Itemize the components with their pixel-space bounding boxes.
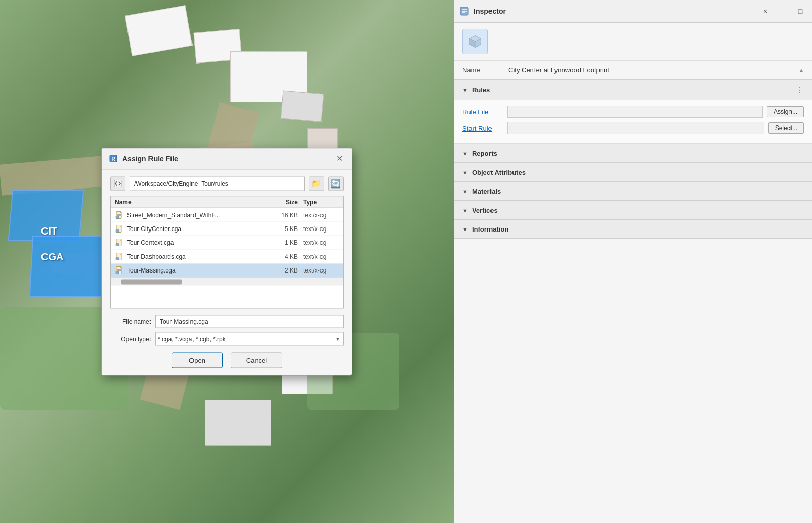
- svg-rect-20: [116, 229, 119, 232]
- file-type: text/x-cg: [298, 225, 339, 232]
- file-size: 2 KB: [262, 266, 298, 274]
- rules-section-header[interactable]: ▼ Rules ⋮: [454, 79, 812, 100]
- inspector-maximize-btn[interactable]: □: [794, 5, 807, 18]
- file-icon: [115, 265, 124, 275]
- file-name-label: File name:: [110, 318, 151, 325]
- rule-file-row: Rule File Assign...: [462, 106, 804, 118]
- file-size: 1 KB: [262, 239, 298, 246]
- inspector-panel: Inspector × — □ Name City Cente: [454, 0, 812, 523]
- file-icon: [115, 224, 124, 233]
- inspector-close-btn[interactable]: ×: [759, 5, 772, 18]
- file-icon: [115, 238, 124, 247]
- information-section-header[interactable]: ▼ Information: [454, 220, 812, 239]
- dialog-close-button[interactable]: ✕: [333, 152, 346, 164]
- dialog-buttons: Open Cancel: [110, 352, 344, 368]
- dialog-toolbar: 📁 🔄: [110, 176, 344, 191]
- materials-section-header[interactable]: ▼ Materials: [454, 182, 812, 201]
- vertices-section-header[interactable]: ▼ Vertices: [454, 201, 812, 220]
- start-rule-label[interactable]: Start Rule: [462, 124, 503, 132]
- assign-button[interactable]: Assign...: [767, 106, 804, 117]
- file-name: Tour-Context.cga: [127, 239, 262, 246]
- toolbar-refresh-icon[interactable]: 🔄: [328, 176, 344, 191]
- toolbar-navigate-icon[interactable]: [110, 176, 125, 191]
- file-size: 5 KB: [262, 225, 298, 232]
- svg-rect-15: [116, 216, 119, 218]
- vertices-chevron-icon: ▼: [462, 207, 468, 214]
- open-type-select[interactable]: *.cga, *.vcga, *.cgb, *.rpk: [155, 332, 344, 345]
- file-name: Tour-CityCenter.cga: [127, 225, 262, 232]
- file-icon: [115, 252, 124, 261]
- information-chevron-icon: ▼: [462, 226, 468, 233]
- open-type-label: Open type:: [110, 335, 151, 342]
- object-attributes-section-title: Object Attributes: [472, 169, 526, 176]
- rules-section-menu-icon[interactable]: ⋮: [795, 85, 804, 95]
- toolbar-upload-icon[interactable]: 📁: [309, 176, 324, 191]
- file-row[interactable]: Tour-Context.cga 1 KB text/x-cg: [111, 236, 343, 249]
- file-row[interactable]: Tour-Dashboards.cga 4 KB text/x-cg: [111, 249, 343, 263]
- reports-section-title: Reports: [472, 150, 497, 157]
- object-icon-row: [454, 23, 812, 61]
- name-value: City Center at Lynnwood Footprint: [508, 66, 794, 74]
- column-size-header: Size: [262, 198, 298, 205]
- select-button[interactable]: Select...: [768, 122, 804, 134]
- file-type: text/x-cg: [298, 266, 339, 274]
- svg-rect-30: [116, 257, 119, 260]
- rule-file-input[interactable]: [507, 106, 763, 118]
- file-row[interactable]: Street_Modern_Standard_WithF... 16 KB te…: [111, 208, 343, 222]
- object-cube-icon: [467, 34, 483, 49]
- file-row[interactable]: Tour-CityCenter.cga 5 KB text/x-cg: [111, 222, 343, 236]
- file-icon: [115, 210, 124, 219]
- object-attributes-section-header[interactable]: ▼ Object Attributes: [454, 163, 812, 182]
- file-list-scrollbar[interactable]: [111, 277, 343, 285]
- open-type-select-wrapper: *.cga, *.vcga, *.cgb, *.rpk ▼: [155, 332, 344, 345]
- reports-section-header[interactable]: ▼ Reports: [454, 144, 812, 163]
- open-type-row: Open type: *.cga, *.vcga, *.cgb, *.rpk ▼: [110, 332, 344, 345]
- file-list-header: Name Size Type: [111, 196, 343, 208]
- object-attributes-chevron-icon: ▼: [462, 170, 468, 176]
- open-button[interactable]: Open: [172, 352, 223, 368]
- file-name-input[interactable]: [155, 315, 344, 328]
- name-scroll-indicator: ▲: [799, 67, 804, 73]
- reports-chevron-icon: ▼: [462, 151, 468, 157]
- dialog-form: File name: Open type: *.cga, *.vcga, *.c…: [110, 315, 344, 345]
- inspector-title: Inspector: [474, 7, 755, 15]
- inspector-header: Inspector × — □: [454, 0, 812, 23]
- rules-content: Rule File Assign... Start Rule Select...: [454, 100, 812, 144]
- name-row: Name City Center at Lynnwood Footprint ▲: [454, 61, 812, 79]
- name-label: Name: [462, 66, 503, 74]
- column-type-header: Type: [298, 198, 339, 205]
- start-rule-row: Start Rule Select...: [462, 122, 804, 134]
- dialog-titlebar: R Assign Rule File ✕: [102, 148, 352, 169]
- file-row[interactable]: Tour-Massing.cga 2 KB text/x-cg: [111, 263, 343, 277]
- rules-chevron-icon: ▼: [462, 87, 468, 93]
- dialog-body: 📁 🔄 Name Size Type: [102, 169, 352, 375]
- file-name: Tour-Dashboards.cga: [127, 253, 262, 260]
- start-rule-input[interactable]: [507, 122, 764, 134]
- cancel-button[interactable]: Cancel: [231, 352, 282, 368]
- rule-file-label[interactable]: Rule File: [462, 108, 503, 116]
- vertices-section-title: Vertices: [472, 206, 498, 214]
- column-name-header: Name: [115, 198, 262, 205]
- file-size: 16 KB: [262, 211, 298, 218]
- materials-section-title: Materials: [472, 187, 501, 195]
- dialog-title-text: Assign Rule File: [122, 154, 329, 162]
- inspector-panel-icon: [459, 6, 469, 16]
- materials-chevron-icon: ▼: [462, 189, 468, 195]
- object-icon-box: [462, 29, 488, 54]
- information-section-title: Information: [472, 225, 509, 233]
- file-name-row: File name:: [110, 315, 344, 328]
- dialog-title-icon: R: [108, 153, 118, 163]
- file-list-container: Name Size Type Street_Modern_Standard_Wi…: [110, 196, 344, 308]
- svg-rect-25: [116, 243, 119, 246]
- inspector-minimize-btn[interactable]: —: [776, 5, 789, 18]
- file-name: Street_Modern_Standard_WithF...: [127, 211, 262, 218]
- svg-text:R: R: [111, 156, 115, 161]
- inspector-body: Name City Center at Lynnwood Footprint ▲…: [454, 23, 812, 523]
- scrollbar-thumb: [121, 279, 182, 284]
- file-type: text/x-cg: [298, 253, 339, 260]
- assign-rule-file-dialog: R Assign Rule File ✕ 📁 🔄: [101, 148, 352, 375]
- path-input[interactable]: [130, 176, 305, 191]
- file-type: text/x-cg: [298, 211, 339, 218]
- file-name: Tour-Massing.cga: [127, 266, 262, 274]
- file-size: 4 KB: [262, 253, 298, 260]
